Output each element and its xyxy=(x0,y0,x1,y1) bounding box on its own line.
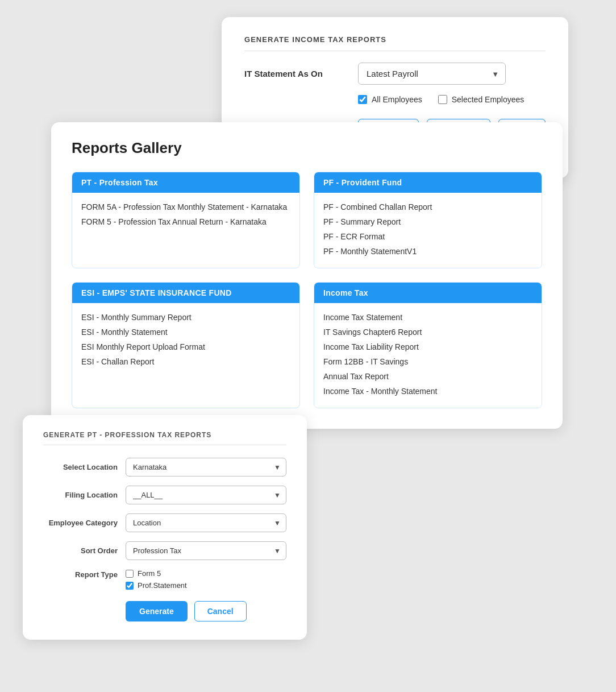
select-location-wrapper: Karnataka Maharashtra ▼ xyxy=(126,458,286,476)
gallery-section-pt-header: PT - Profession Tax xyxy=(72,172,299,193)
sort-order-row: Sort Order Profession Tax Name ▼ xyxy=(43,541,286,560)
list-item[interactable]: Income Tax - Monthly Statement xyxy=(323,384,532,399)
prof-statement-checkbox[interactable] xyxy=(126,582,134,590)
form5-checkbox[interactable] xyxy=(126,570,134,578)
pt-generate-card: GENERATE PT - PROFESSION TAX REPORTS Sel… xyxy=(23,415,307,640)
prof-statement-label: Prof.Statement xyxy=(138,581,187,590)
list-item[interactable]: Income Tax Statement xyxy=(323,310,532,325)
pt-generate-button[interactable]: Generate xyxy=(126,601,188,621)
filing-location-label: Filing Location xyxy=(43,491,126,499)
list-item[interactable]: ESI - Monthly Summary Report xyxy=(81,310,290,325)
gallery-section-pf: PF - Provident Fund PF - Combined Challa… xyxy=(314,172,542,268)
form5-checkbox-label[interactable]: Form 5 xyxy=(126,569,187,578)
employee-category-select[interactable]: Location Department xyxy=(126,513,286,532)
filing-location-row: Filing Location __ALL__ ▼ xyxy=(43,486,286,504)
list-item[interactable]: PF - Combined Challan Report xyxy=(323,200,532,214)
gallery-section-esi-header: ESI - EMPS' STATE INSURANCE FUND xyxy=(72,283,299,303)
employee-category-row: Employee Category Location Department ▼ xyxy=(43,513,286,532)
list-item[interactable]: PF - Monthly StatementV1 xyxy=(323,244,532,259)
it-statement-select-wrapper: Latest Payroll Previous Payroll ▼ xyxy=(358,63,506,85)
list-item[interactable]: ESI Monthly Report Upload Format xyxy=(81,339,290,354)
list-item[interactable]: Form 12BB - IT Savings xyxy=(323,354,532,369)
income-tax-card-title: GENERATE INCOME TAX REPORTS xyxy=(244,35,546,51)
sort-order-select[interactable]: Profession Tax Name xyxy=(126,541,286,560)
list-item[interactable]: Income Tax Liability Report xyxy=(323,339,532,354)
it-statement-label: IT Statement As On xyxy=(244,69,358,78)
list-item[interactable]: IT Savings Chapter6 Report xyxy=(323,325,532,339)
gallery-section-pt-body: FORM 5A - Profession Tax Monthly Stateme… xyxy=(72,193,299,238)
gallery-section-income-tax-body: Income Tax Statement IT Savings Chapter6… xyxy=(314,303,542,408)
gallery-section-pf-header: PF - Provident Fund xyxy=(314,172,542,193)
list-item[interactable]: FORM 5 - Profession Tax Annual Return - … xyxy=(81,214,290,229)
pt-cancel-button[interactable]: Cancel xyxy=(194,601,247,621)
gallery-section-esi: ESI - EMPS' STATE INSURANCE FUND ESI - M… xyxy=(72,282,300,408)
all-employees-checkbox[interactable] xyxy=(358,95,367,104)
sort-order-wrapper: Profession Tax Name ▼ xyxy=(126,541,286,560)
sort-order-label: Sort Order xyxy=(43,546,126,555)
list-item[interactable]: PF - Summary Report xyxy=(323,214,532,229)
filing-location-wrapper: __ALL__ ▼ xyxy=(126,486,286,504)
all-employees-label: All Employees xyxy=(372,95,422,104)
select-location-select[interactable]: Karnataka Maharashtra xyxy=(126,458,286,476)
gallery-section-pf-body: PF - Combined Challan Report PF - Summar… xyxy=(314,193,542,268)
list-item[interactable]: Annual Tax Report xyxy=(323,369,532,384)
selected-employees-label: Selected Employees xyxy=(452,95,525,104)
select-location-row: Select Location Karnataka Maharashtra ▼ xyxy=(43,458,286,476)
report-type-label: Report Type xyxy=(43,569,126,579)
list-item[interactable]: ESI - Monthly Statement xyxy=(81,325,290,339)
gallery-section-income-tax: Income Tax Income Tax Statement IT Savin… xyxy=(314,282,542,408)
selected-employees-checkbox-label[interactable]: Selected Employees xyxy=(438,95,525,104)
gallery-grid: PT - Profession Tax FORM 5A - Profession… xyxy=(72,172,542,408)
gallery-section-esi-body: ESI - Monthly Summary Report ESI - Month… xyxy=(72,303,299,378)
reports-gallery-card: Reports Gallery PT - Profession Tax FORM… xyxy=(51,122,563,429)
list-item[interactable]: ESI - Challan Report xyxy=(81,354,290,369)
gallery-section-income-tax-header: Income Tax xyxy=(314,283,542,303)
gallery-section-pt: PT - Profession Tax FORM 5A - Profession… xyxy=(72,172,300,268)
report-type-checkboxes: Form 5 Prof.Statement xyxy=(126,569,187,590)
pt-btn-row: Generate Cancel xyxy=(43,601,286,621)
prof-statement-checkbox-label[interactable]: Prof.Statement xyxy=(126,581,187,590)
form5-label: Form 5 xyxy=(138,569,161,578)
filing-location-select[interactable]: __ALL__ xyxy=(126,486,286,504)
employee-category-wrapper: Location Department ▼ xyxy=(126,513,286,532)
report-type-row: Report Type Form 5 Prof.Statement xyxy=(43,569,286,590)
gallery-title: Reports Gallery xyxy=(72,139,542,157)
select-location-label: Select Location xyxy=(43,463,126,471)
it-statement-select[interactable]: Latest Payroll Previous Payroll xyxy=(358,63,506,85)
selected-employees-checkbox[interactable] xyxy=(438,95,447,104)
employee-category-label: Employee Category xyxy=(43,519,126,527)
list-item[interactable]: FORM 5A - Profession Tax Monthly Stateme… xyxy=(81,200,290,214)
all-employees-checkbox-label[interactable]: All Employees xyxy=(358,95,422,104)
pt-card-title: GENERATE PT - PROFESSION TAX REPORTS xyxy=(43,431,286,445)
list-item[interactable]: PF - ECR Format xyxy=(323,229,532,244)
